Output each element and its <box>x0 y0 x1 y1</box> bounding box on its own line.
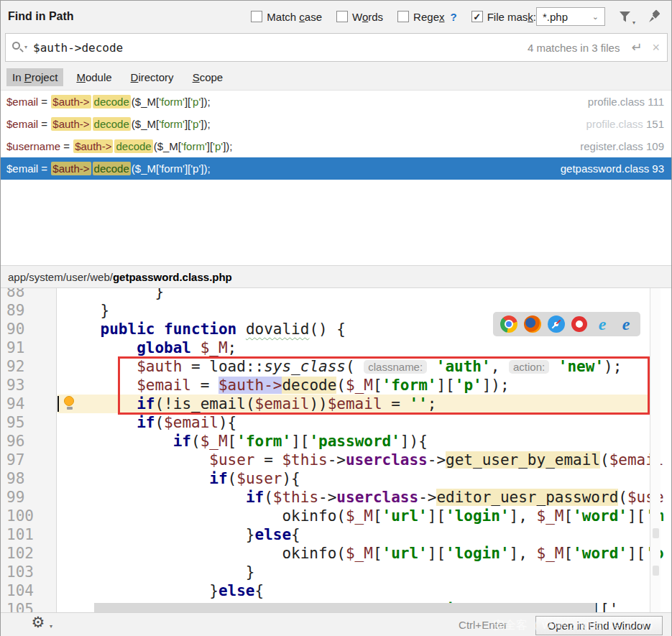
code-text: ( <box>600 451 609 469</box>
browser-toolbar: e e <box>493 312 640 336</box>
code-text: { <box>255 582 264 599</box>
result-code-text: ][ <box>207 140 213 152</box>
code-text: 'form' <box>236 433 291 450</box>
code-text: ][ <box>428 545 446 562</box>
search-result-row[interactable]: $email = $auth->decode($_M['form']['p'])… <box>1 91 671 113</box>
code-text: '' <box>409 395 427 413</box>
code-text: if <box>173 433 191 450</box>
intention-bulb-icon[interactable] <box>64 396 75 410</box>
result-code-text: = <box>38 118 50 130</box>
edge-icon[interactable]: e <box>617 315 635 333</box>
match-highlight: decode <box>93 95 131 109</box>
close-icon[interactable]: × <box>652 40 660 55</box>
preview-file-path: app/system/user/web/getpassword.class.ph… <box>1 265 671 288</box>
tab-directory[interactable]: Directory <box>125 68 180 86</box>
result-code-text: 'p' <box>190 118 201 130</box>
code-preview-editor[interactable]: 8889909192939495969798991001011021031041… <box>1 288 671 612</box>
code-text: ], <box>510 545 537 562</box>
tab-in-project[interactable]: In Project <box>6 68 63 86</box>
result-code-text: 'p' <box>213 140 223 152</box>
code-text: } <box>64 582 218 599</box>
result-code-text: 'form' <box>159 96 185 108</box>
code-text: else <box>255 526 292 543</box>
settings-button[interactable]: ⚙ ▾ <box>29 614 47 630</box>
code-text: userclass <box>346 451 428 469</box>
checkbox-option-match-case[interactable]: Match case <box>251 11 322 23</box>
newline-icon[interactable]: ↵ <box>631 40 642 55</box>
code-text: ], <box>510 507 537 525</box>
code-line[interactable]: if(!is_email($email))$email = ''; <box>64 395 664 413</box>
pin-button[interactable] <box>645 9 663 24</box>
filter-icon <box>618 10 632 23</box>
code-text: public function <box>101 321 237 338</box>
line-number: 96 <box>1 432 57 451</box>
code-text: ]); <box>482 377 510 394</box>
code-line[interactable]: }else{ <box>64 581 664 600</box>
code-text: sys_class <box>264 358 346 375</box>
line-number: 95 <box>1 413 57 432</box>
regex-help-link[interactable]: ? <box>450 11 456 23</box>
open-in-find-window-button[interactable]: Open in Find Window <box>535 616 663 635</box>
safari-icon[interactable] <box>548 315 565 333</box>
dialog-footer: ⚙ ▾ Ctrl+Enter Open in Find Window 安全客（ … <box>1 612 671 636</box>
checkbox-option-words[interactable]: Words <box>336 11 383 23</box>
line-number: 104 <box>1 581 57 600</box>
checkbox[interactable]: ✓ <box>471 11 483 22</box>
code-line[interactable]: if($email){ <box>64 413 664 432</box>
code-text: -> <box>418 489 436 506</box>
checkbox-option-regex[interactable]: Regex? <box>397 11 457 23</box>
code-text: $_M <box>346 545 373 562</box>
search-result-row[interactable]: $email = $auth->decode($_M['form']['p'])… <box>1 157 671 180</box>
code-text: okinfo( <box>64 545 346 562</box>
match-count-label: 4 matches in 3 files <box>528 42 620 54</box>
code-line[interactable]: $auth = load::sys_class( classname: 'aut… <box>64 357 664 376</box>
line-number: 105 <box>1 600 57 612</box>
search-result-row[interactable]: $username = $auth->decode($_M['form']['p… <box>1 135 671 157</box>
usage-highlight: decode <box>282 377 336 394</box>
code-line[interactable]: } <box>64 288 664 301</box>
code-line[interactable]: if($user){ <box>64 469 664 488</box>
firefox-icon[interactable] <box>524 315 541 333</box>
horizontal-scrollbar[interactable] <box>94 603 596 612</box>
code-line[interactable]: if($this->userclass->editor_uesr_passwor… <box>64 488 664 507</box>
code-line[interactable]: $email = $auth->decode($_M['form']['p'])… <box>64 376 664 395</box>
code-text: $_M <box>346 377 373 394</box>
line-number: 99 <box>1 488 57 507</box>
chevron-down-icon: ▾ <box>632 19 635 26</box>
code-line[interactable]: okinfo($_M['url']['login'], $_M['word'][… <box>64 544 664 563</box>
code-line[interactable]: if($_M['form']['password']){ <box>64 432 664 451</box>
file-mask-dropdown[interactable]: *.php ⌄ <box>536 7 605 26</box>
checkbox-label: Words <box>352 11 383 23</box>
tab-scope[interactable]: Scope <box>187 68 229 86</box>
filter-button[interactable]: ▾ <box>617 9 634 24</box>
chrome-icon[interactable] <box>500 315 517 333</box>
code-line[interactable]: }else{ <box>64 525 664 544</box>
ie-icon[interactable]: e <box>594 315 611 333</box>
checkbox[interactable] <box>251 11 262 22</box>
pin-icon <box>646 9 662 24</box>
opera-icon[interactable] <box>571 316 587 332</box>
tab-module[interactable]: Module <box>70 68 117 86</box>
code-line[interactable]: global $_M; <box>64 338 664 357</box>
code-text <box>64 470 209 487</box>
code-text: ]){ <box>400 433 428 450</box>
code-text: [ <box>373 545 382 562</box>
code-text: , <box>491 358 509 375</box>
code-line[interactable]: okinfo($_M['url']['login'], $_M['word'][… <box>64 507 664 525</box>
match-highlight: $auth-> <box>51 117 91 131</box>
code-line[interactable]: $user = $this->userclass->get_user_by_em… <box>64 451 664 469</box>
search-result-row[interactable]: $email = $auth->decode($_M['form']['p'])… <box>1 113 671 135</box>
search-input[interactable]: ▾ $auth->decode 4 matches in 3 files ↵ × <box>5 33 668 62</box>
code-text: $this <box>273 489 318 506</box>
line-number: 91 <box>1 338 57 357</box>
checkbox-option-file-mask-[interactable]: ✓File mask: <box>471 11 536 23</box>
checkbox[interactable] <box>336 11 348 22</box>
result-code-text: 'p' <box>190 162 201 175</box>
vertical-scrollbar[interactable] <box>650 288 661 612</box>
code-text: ][ <box>627 545 645 562</box>
search-results-list: $email = $auth->decode($_M['form']['p'])… <box>1 90 671 265</box>
code-line[interactable]: } <box>64 563 664 581</box>
checkbox[interactable] <box>397 11 409 22</box>
search-icon[interactable]: ▾ <box>11 40 27 55</box>
search-query-text[interactable]: $auth->decode <box>33 41 123 55</box>
